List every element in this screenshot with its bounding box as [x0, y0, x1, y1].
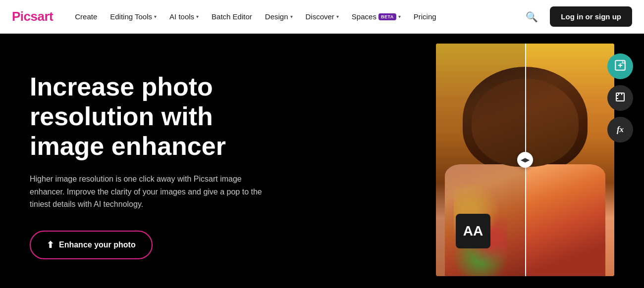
- nav-create[interactable]: Create: [69, 8, 103, 25]
- crop-icon: [614, 91, 626, 105]
- nav-discover[interactable]: Discover ▾: [300, 8, 345, 25]
- nav-spaces[interactable]: Spaces BETA ▾: [346, 8, 407, 25]
- chevron-down-icon: ▾: [336, 14, 339, 19]
- chevron-down-icon: ▾: [290, 14, 293, 19]
- nav-pricing[interactable]: Pricing: [408, 8, 442, 25]
- beta-badge: BETA: [378, 13, 396, 20]
- hero-left: Increase photo resolution with image enh…: [0, 34, 297, 288]
- nav-right: 🔍 Log in or sign up: [522, 6, 632, 27]
- nav-design[interactable]: Design ▾: [259, 8, 299, 25]
- nav-links: Create Editing Tools ▾ AI tools ▾ Batch …: [69, 8, 522, 25]
- upload-icon: ⬆: [47, 240, 54, 250]
- nav-batch-editor[interactable]: Batch Editor: [206, 8, 258, 25]
- navbar: Picsart Create Editing Tools ▾ AI tools …: [0, 0, 644, 34]
- crop-resize-tool-button[interactable]: [607, 85, 633, 111]
- hero-section: Increase photo resolution with image enh…: [0, 34, 644, 288]
- hero-title: Increase photo resolution with image enh…: [30, 72, 268, 161]
- chevron-down-icon: ▾: [196, 14, 199, 19]
- ai-image-tool-button[interactable]: AI: [607, 53, 633, 79]
- search-button[interactable]: 🔍: [522, 7, 542, 27]
- svg-rect-2: [616, 93, 624, 101]
- chevron-down-icon: ▾: [154, 14, 157, 19]
- search-icon: 🔍: [526, 11, 538, 23]
- ai-icon: AI: [614, 59, 627, 74]
- tool-buttons: AI fx: [607, 53, 633, 143]
- split-handle[interactable]: ◀▶: [517, 152, 533, 168]
- logo[interactable]: Picsart: [12, 9, 53, 24]
- aa-badge: AA: [456, 214, 490, 248]
- nav-ai-tools[interactable]: AI tools ▾: [163, 8, 205, 25]
- hero-right: ◀▶ AA AI: [297, 34, 644, 288]
- login-button[interactable]: Log in or sign up: [550, 6, 632, 27]
- enhance-photo-button[interactable]: ⬆ Enhance your photo: [30, 231, 153, 259]
- fx-icon: fx: [617, 125, 624, 135]
- svg-text:AI: AI: [621, 60, 625, 64]
- chevron-down-icon: ▾: [398, 14, 401, 19]
- fx-effects-button[interactable]: fx: [607, 117, 633, 143]
- hero-subtitle: Higher image resolution is one click awa…: [30, 173, 268, 211]
- nav-editing-tools[interactable]: Editing Tools ▾: [104, 8, 162, 25]
